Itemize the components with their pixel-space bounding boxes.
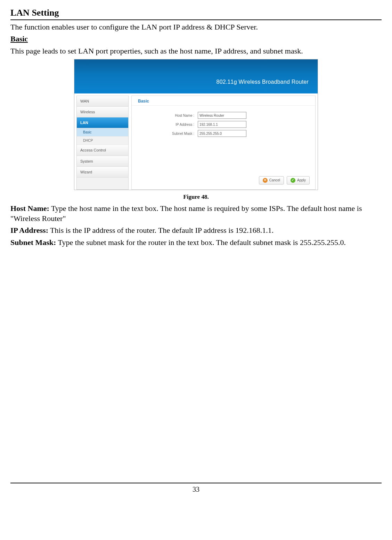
host-name-term: Host Name: [10,204,49,213]
apply-icon: ✓ [291,178,295,183]
cancel-button[interactable]: ✕ Cancel [259,176,284,185]
figure-caption: Figure 48. [10,193,382,201]
cancel-icon: ✕ [263,178,268,183]
ip-address-desc: This is the IP address of the router. Th… [48,226,273,235]
page-title: LAN Setting [10,7,382,19]
footer-rule [10,483,382,483]
page-number: 33 [10,485,382,494]
ip-address-paragraph: IP Address: This is the IP address of th… [10,226,382,236]
ip-address-term: IP Address: [10,226,48,235]
apply-button[interactable]: ✓ Apply [287,176,310,185]
subnet-mask-term: Subnet Mask: [10,238,56,247]
subnet-mask-label: Subnet Mask : [132,131,198,136]
title-rule [10,19,382,20]
ip-address-input[interactable] [198,121,246,128]
section-basic-desc: This page leads to set LAN port properti… [10,46,382,56]
sidebar-item-access-control[interactable]: Access Control [77,145,128,156]
host-name-paragraph: Host Name: Type the host name in the tex… [10,204,382,223]
sidebar-item-wireless[interactable]: Wireless [77,107,128,117]
sidebar-sub-dhcp[interactable]: DHCP [77,137,128,145]
host-name-label: Host Name : [132,113,198,118]
sidebar-item-wizard[interactable]: Wizard [77,167,128,178]
sidebar-item-system[interactable]: System [77,156,128,167]
apply-button-label: Apply [297,178,306,182]
sidebar-item-lan[interactable]: LAN [77,117,128,128]
cancel-button-label: Cancel [269,178,280,182]
sidebar-item-wan[interactable]: WAN [77,96,128,107]
subnet-mask-paragraph: Subnet Mask: Type the subnet mask for th… [10,238,382,248]
host-name-input[interactable] [198,112,246,119]
page-spacer [10,250,382,483]
intro-text: The function enables user to configure t… [10,22,382,32]
router-screenshot: 802.11g Wireless Broadband Router WAN Wi… [74,59,318,190]
subnet-mask-desc: Type the subnet mask for the router in t… [56,238,346,247]
ip-address-label: IP Address : [132,122,198,127]
figure-container: 802.11g Wireless Broadband Router WAN Wi… [10,59,382,193]
router-banner: 802.11g Wireless Broadband Router [74,59,318,93]
router-sidebar: WAN Wireless LAN Basic DHCP Access Contr… [76,96,129,190]
panel-title: Basic [132,96,315,106]
sidebar-sub-basic[interactable]: Basic [77,128,128,137]
section-basic-heading: Basic [10,34,382,44]
router-main-panel: Basic Host Name : IP Address : Subnet Ma… [131,96,316,190]
router-banner-text: 802.11g Wireless Broadband Router [217,79,309,86]
host-name-desc: Type the host name in the text box. The … [10,204,362,223]
subnet-mask-input[interactable] [198,130,246,137]
